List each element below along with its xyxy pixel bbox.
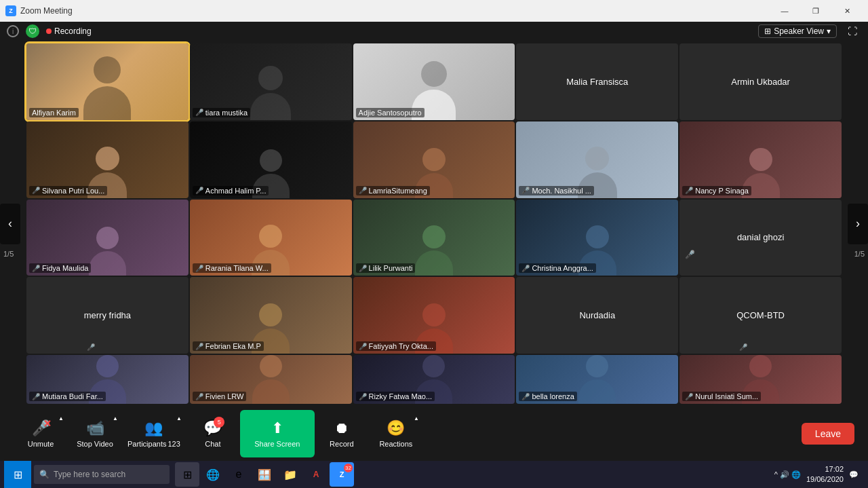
taskbar-app-edge[interactable]: e [226,462,251,487]
stop-video-button[interactable]: 📹 ▲ Stop Video [68,410,122,457]
taskbar: ⊞ 🔍 Type here to search ⊞ 🌐 e 🪟 📁 A Z 32… [0,461,868,488]
participant-label: Nurdadia [576,307,618,323]
unmute-label: Unmute [28,440,54,448]
participant-cell-rizky[interactable]: 🎤 Rizky Fatwa Mao... [353,355,515,404]
video-grid: Alfiyan Karim 🎤 tiara mustika Adjie Sant… [26,43,842,404]
participant-label: QCOM-BTD [734,307,787,323]
mute-icon: 🎤 [359,187,367,194]
info-icon[interactable]: i [7,25,19,37]
fullscreen-button[interactable]: ⛶ [844,24,861,38]
participant-label: Achmad Halim P... [205,187,267,195]
participant-cell-christina[interactable]: 🎤 Christina Anggra... [516,200,678,276]
taskbar-system: ^ 🔊 🌐 17:02 19/06/2020 💬 [774,464,864,485]
participant-label: merry fridha [81,307,134,323]
participant-cell-bella[interactable]: 🎤 bella lorenza [516,355,678,404]
participant-cell-fidya[interactable]: 🎤 Fidya Maulida [26,200,189,276]
chat-button[interactable]: 💬 5 Chat [186,410,240,457]
participant-cell-lilik[interactable]: 🎤 Lilik Purwanti [353,200,515,276]
system-time: 17:02 [806,464,844,474]
taskbar-app-zoom[interactable]: Z 32 [330,462,354,487]
taskbar-search[interactable]: 🔍 Type here to search [34,465,170,484]
mute-icon: 🎤 [32,265,40,272]
system-tray-icons: ^ 🔊 🌐 [774,470,801,479]
toolbar: 🎤 ✕ ▲ Unmute 📹 ▲ Stop Video 👥 ▲ Particip… [0,407,868,461]
participant-cell-moch[interactable]: 🎤 Moch. Nasikhul ... [516,121,678,198]
participant-cell-nurdadia[interactable]: Nurdadia [516,277,678,354]
taskbar-app-files[interactable]: 📁 [278,462,302,487]
participant-cell-mutiara[interactable]: 🎤 Mutiara Budi Far... [26,355,189,404]
participant-cell-febrian[interactable]: 🎤 Febrian Eka M.P [190,277,352,354]
taskbar-app-acrobat[interactable]: A [304,462,328,487]
participant-label: Lilik Purwanti [369,264,413,272]
speaker-view-button[interactable]: ⊞ Speaker View ▾ [758,24,837,38]
participant-cell-alfiyan[interactable]: Alfiyan Karim [26,43,189,120]
reactions-label: Reactions [379,440,412,448]
record-button[interactable]: ⏺ Record [315,410,369,457]
participant-label: tiara mustika [205,109,248,117]
search-icon: 🔍 [39,470,50,479]
prev-page-button[interactable]: ‹ 1/5 [0,204,20,244]
next-page-button[interactable]: › 1/5 [848,204,868,244]
participant-name: 🎤 Rizky Fatwa Mao... [356,392,435,401]
close-button[interactable]: ✕ [831,0,863,22]
avatar-body [83,86,131,120]
participant-label: danial ghozi [734,229,787,245]
mute-icon: 🎤 [32,187,40,194]
participant-label: Rizky Fatwa Mao... [369,392,433,400]
taskbar-app-chrome[interactable]: 🌐 [201,462,225,487]
participant-cell-lamria[interactable]: 🎤 LamriaSitumeang [353,121,515,198]
participant-name: 🎤 Febrian Eka M.P [193,341,264,351]
participant-cell-nurul[interactable]: 🎤 Nurul Isniati Sum... [679,355,842,404]
participant-label: Febrian Eka M.P [205,342,261,350]
participant-cell-fivien[interactable]: 🎤 Fivien LRW [190,355,352,404]
avatar [94,56,121,83]
minimize-button[interactable]: — [769,0,800,22]
participant-cell-achmad[interactable]: 🎤 Achmad Halim P... [190,121,352,198]
participants-icon: 👥 [144,419,163,436]
participant-name: 🎤 Nancy P Sinaga [682,186,751,195]
start-button[interactable]: ⊞ [4,461,31,488]
participant-cell-qcom[interactable]: 🎤 QCOM-BTD [679,277,842,354]
participant-label: Rarania Tilana W... [205,264,269,272]
unmute-button[interactable]: 🎤 ✕ ▲ Unmute [14,410,68,457]
participant-name: 🎤 Fatiyyah Try Okta... [356,341,436,351]
participant-cell-armin[interactable]: Armin Ukbadar [679,43,842,120]
taskbar-app-store[interactable]: 🪟 [252,462,277,487]
mute-icon: 🎤 [195,265,203,272]
video-icon: 📹 [86,419,104,436]
restore-button[interactable]: ❐ [800,0,831,22]
participant-cell-danial[interactable]: 🎤 danial ghozi [679,200,842,276]
participant-cell-tiara[interactable]: 🎤 tiara mustika [190,43,352,120]
search-placeholder: Type here to search [54,470,125,479]
chat-label: Chat [205,440,220,448]
record-label: Record [330,440,353,448]
participant-cell-merry[interactable]: merry fridha 🎤 [26,277,189,354]
mute-icon: 🎤 [685,187,693,194]
notification-icon[interactable]: 💬 [849,470,859,479]
share-screen-button[interactable]: ⬆ Share Screen [240,410,315,457]
participant-label: Malia Fransisca [564,74,631,90]
mute-icon: 🎤 [521,393,530,400]
leave-button[interactable]: Leave [802,423,854,445]
mute-icon: 🎤 [359,343,367,350]
taskbar-app-explorer[interactable]: ⊞ [175,462,199,487]
recording-badge: Recording [46,26,92,36]
participant-label: Moch. Nasikhul ... [532,187,591,195]
reactions-button[interactable]: 😊 ▲ Reactions [369,410,423,457]
stop-video-label: Stop Video [77,440,113,448]
participants-button[interactable]: 👥 ▲ Participants 123 [122,410,186,457]
participant-cell-fatiyyah[interactable]: 🎤 Fatiyyah Try Okta... [353,277,515,354]
participant-cell-nancy[interactable]: 🎤 Nancy P Sinaga [679,121,842,198]
mute-icon: 🎤 [195,109,203,116]
participant-name: 🎤 Mutiara Budi Far... [29,392,106,401]
participant-label: Nurul Isniati Sum... [695,392,758,400]
participant-cell-rarania[interactable]: 🎤 Rarania Tilana W... [190,200,352,276]
unmute-caret: ▲ [58,415,64,421]
mute-icon: 🎤 [195,187,203,194]
participant-cell-silvana[interactable]: 🎤 Silvana Putri Lou... [26,121,189,198]
participant-name: 🎤 Christina Anggra... [519,263,596,273]
participant-name: 🎤 Achmad Halim P... [193,186,269,195]
participant-cell-malia[interactable]: Malia Fransisca [516,43,678,120]
page-indicator-left: 1/5 [3,250,14,258]
participant-cell-adjie[interactable]: Adjie Santosoputro [353,43,515,120]
